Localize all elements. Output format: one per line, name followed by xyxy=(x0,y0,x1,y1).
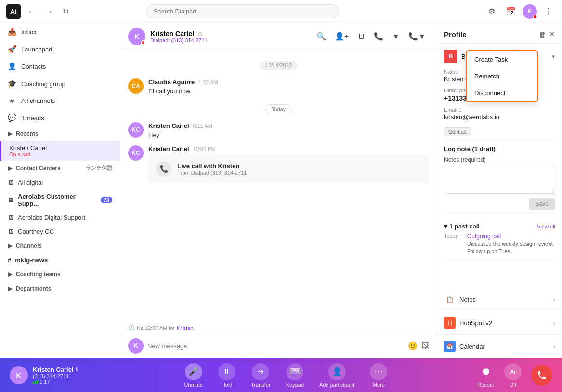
call-button[interactable]: 📞 xyxy=(370,29,387,43)
time-info: 🕐 It's 12:37 AM for Kristen. xyxy=(120,323,437,333)
message-row-2: KC Kristen Carlel 6:11 AM Hey xyxy=(128,122,429,139)
add-participant-action[interactable]: 👤 Add participant xyxy=(319,363,354,388)
sidebar-item-threads[interactable]: 💬 Threads xyxy=(0,109,120,126)
email-field: Email 1 kristen@aerolabs.io xyxy=(444,107,555,121)
user-avatar[interactable]: K xyxy=(523,4,537,19)
chevron-right-icon: ▶ xyxy=(8,130,12,137)
hubspot-section-left: H HubSpot v2 xyxy=(444,317,492,329)
call-bar-number: (313) 314-2711 xyxy=(33,373,78,379)
sidebar-item-launchpad[interactable]: 🚀 Launchpad xyxy=(0,40,120,58)
notes-textarea[interactable] xyxy=(444,165,555,194)
calendar-button[interactable]: 📅 xyxy=(503,4,519,19)
record-icon: ⏺ xyxy=(477,363,495,380)
more-icon: ··· xyxy=(370,363,387,380)
call-bar-avatar: K xyxy=(10,366,28,384)
message-input[interactable] xyxy=(147,342,404,350)
coaching-teams-section[interactable]: ▶ Coaching teams xyxy=(0,267,120,281)
emoji-button[interactable]: 🙂 xyxy=(408,341,418,351)
sidebar-item-all-digital[interactable]: 🖥 All digital xyxy=(0,176,120,190)
back-button[interactable]: ← xyxy=(25,5,39,18)
add-person-button[interactable]: 👤+ xyxy=(331,29,352,43)
forward-button[interactable]: → xyxy=(42,5,56,18)
message-header: Claudia Aguirre 1:22 AM xyxy=(148,78,429,86)
record-action[interactable]: ⏺ Record xyxy=(477,363,495,388)
more-button[interactable]: ⋮ xyxy=(541,4,556,19)
chat-header-actions: 🔍 👤+ 🖥 📞 ▼ 📞▼ xyxy=(313,29,429,43)
contact-badge-container: Contact xyxy=(444,126,555,136)
monitor-icon4: 🖥 xyxy=(8,228,14,235)
sidebar-item-all-channels[interactable]: # All channels xyxy=(0,92,120,109)
chat-header-info: Kristen Carlel ☆ Dialpad: (313) 314-2711 xyxy=(150,30,308,43)
coaching-group-icon: 🎓 xyxy=(8,79,16,88)
message-header-2: Kristen Carlel 6:11 AM xyxy=(148,122,429,129)
sidebar-item-coaching-group[interactable]: 🎓 Coaching group xyxy=(0,75,120,92)
phone-options-button[interactable]: 📞▼ xyxy=(405,29,429,43)
dropdown-create-task[interactable]: Create Task xyxy=(467,51,537,68)
dropdown-rematch[interactable]: Rematch xyxy=(467,68,537,85)
my-avatar: K xyxy=(128,338,144,354)
unmute-icon: 🎤 xyxy=(185,363,202,380)
view-all-link[interactable]: View all xyxy=(537,224,555,229)
chevron-right-icon4: ▶ xyxy=(8,285,12,292)
keypad-action[interactable]: ⌨ Keypad xyxy=(286,363,304,388)
call-bar: K Kristen Carlel ℹ (313) 314-2711 1:17 xyxy=(0,358,562,392)
notes-chevron-icon: › xyxy=(553,296,555,303)
sidebar-item-aerolabs-digital[interactable]: 🖥 Aerolabs Digital Support xyxy=(0,211,120,225)
keypad-icon: ⌨ xyxy=(286,363,303,380)
chevron-right-icon3: ▶ xyxy=(8,271,12,278)
sidebar-item-inbox[interactable]: 📥 Inbox xyxy=(0,23,120,40)
aerolabs-badge: 23 xyxy=(101,197,112,203)
call-detail: Outgoing call Discussed the weekly desig… xyxy=(467,233,555,255)
contact-centers-section[interactable]: ▶ Contact Centers ランチ休憩 xyxy=(0,161,120,176)
topbar-right: ⚙ 📅 K ⋮ xyxy=(484,4,556,19)
call-bar-name: Kristen Carlel ℹ xyxy=(33,366,78,373)
threads-icon: 💬 xyxy=(8,114,16,122)
recent-contact-item[interactable]: Kristen Carlel On a call xyxy=(0,141,120,161)
hold-action[interactable]: ⏸ Hold xyxy=(218,363,235,388)
star-icon[interactable]: ☆ xyxy=(197,30,203,38)
notes-section-left: 📋 Notes xyxy=(444,293,476,305)
recents-section[interactable]: ▶ Recents xyxy=(0,126,120,141)
integration-expand-button[interactable]: ▾ xyxy=(552,53,555,60)
video-button[interactable]: 🖥 xyxy=(354,30,368,43)
ai-off-action[interactable]: Ai Off xyxy=(504,363,522,388)
sidebar-item-aerolabs-support[interactable]: 🖥 Aerolabs Customer Supp... 23 xyxy=(0,190,120,211)
image-button[interactable]: 🖼 xyxy=(421,341,429,350)
search-button[interactable]: 🔍 xyxy=(313,29,329,43)
inbox-icon: 📥 xyxy=(8,27,16,36)
transfer-action[interactable]: Transfer xyxy=(251,363,271,388)
chevron-right-icon: ▶ xyxy=(8,165,12,172)
past-calls-title: ▾ 1 past call xyxy=(444,223,480,230)
launchpad-icon: 🚀 xyxy=(8,45,16,53)
end-call-button[interactable] xyxy=(531,365,552,386)
save-button[interactable]: Save xyxy=(529,198,555,210)
message-header-3: Kristen Carlel 10:06 PM xyxy=(148,145,429,152)
chevron-down-icon: ▾ xyxy=(444,223,447,230)
claudia-avatar: CA xyxy=(128,78,144,94)
unmute-action[interactable]: 🎤 Unmute xyxy=(184,363,203,388)
channels-section[interactable]: ▶ Channels xyxy=(0,239,120,253)
main-content: 📥 Inbox 🚀 Launchpad 👤 Contacts 🎓 Coachin… xyxy=(0,23,562,358)
notes-section-link[interactable]: 📋 Notes › xyxy=(437,288,562,311)
sidebar-item-mktg-news[interactable]: # mktg-news xyxy=(0,253,120,267)
departments-section[interactable]: ▶ Departments xyxy=(0,281,120,296)
refresh-button[interactable]: ↻ xyxy=(60,5,72,18)
sidebar-item-courtney[interactable]: 🖥 Courtney CC xyxy=(0,225,120,239)
profile-header-actions: 🗑 ✕ xyxy=(539,30,555,38)
calendar-section-link[interactable]: 📅 Calendar › xyxy=(437,335,562,358)
avatar-status-dot xyxy=(533,15,537,19)
close-panel-button[interactable]: ✕ xyxy=(549,30,555,38)
kristen-avatar-2: KC xyxy=(128,145,144,161)
delete-button[interactable]: 🗑 xyxy=(539,30,546,38)
hubspot-section-link[interactable]: H HubSpot v2 › xyxy=(437,311,562,335)
call-chevron-button[interactable]: ▼ xyxy=(389,30,403,43)
past-calls-header: ▾ 1 past call View all xyxy=(444,223,555,230)
search-input[interactable] xyxy=(146,4,339,18)
more-action[interactable]: ··· More xyxy=(370,363,387,388)
dropdown-disconnect[interactable]: Disconnect xyxy=(467,85,537,101)
settings-button[interactable]: ⚙ xyxy=(484,4,499,19)
add-participant-icon: 👤 xyxy=(328,363,346,380)
sidebar-item-contacts[interactable]: 👤 Contacts xyxy=(0,58,120,75)
sidebar: 📥 Inbox 🚀 Launchpad 👤 Contacts 🎓 Coachin… xyxy=(0,23,120,358)
contacts-icon: 👤 xyxy=(8,62,16,71)
